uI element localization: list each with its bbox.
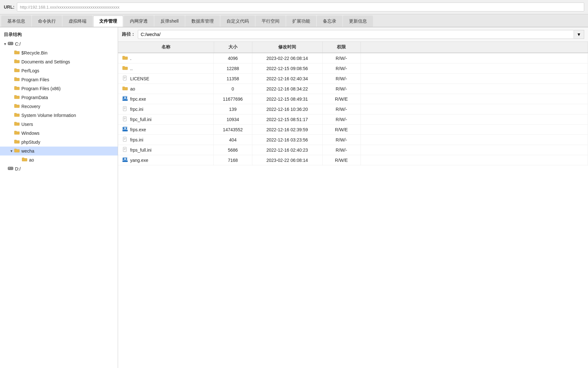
tab-parallel[interactable]: 平行空间 <box>256 16 286 27</box>
tree-item-programfilesx86[interactable]: Program Files (x86) <box>0 84 118 93</box>
table-row[interactable]: LICENSE113582022-12-16 02:40:34R/W/- <box>118 74 588 84</box>
windows-label: Windows <box>21 131 40 136</box>
table-row[interactable]: EXEfrps.exe147435522022-12-16 02:39:59R/… <box>118 125 588 135</box>
tree-item-systemvolume[interactable]: System Volume Information <box>0 111 118 120</box>
file-name-cell: ao <box>118 84 214 94</box>
tree-item-wecha[interactable]: ▼wecha <box>0 147 118 155</box>
path-dropdown-btn[interactable]: ▼ <box>574 30 584 39</box>
file-time-cell: 2022-12-15 08:51:17 <box>252 114 322 125</box>
tree-item-recycle[interactable]: $Recycle.Bin <box>0 48 118 57</box>
tree-item-d_drive[interactable]: D:/ <box>0 164 118 173</box>
tree-item-recovery[interactable]: Recovery <box>0 102 118 111</box>
chevron-down-icon: ▼ <box>577 32 581 37</box>
svg-rect-12 <box>123 106 126 111</box>
tab-terminal[interactable]: 虚拟终端 <box>63 16 93 27</box>
folder-icon <box>14 121 20 127</box>
file-time-cell: 2022-12-16 08:34:22 <box>252 84 322 94</box>
folder-icon <box>14 50 20 56</box>
file-name-text: .. <box>130 66 133 71</box>
tree-item-c_drive[interactable]: ▼C:/ <box>0 40 118 48</box>
table-row[interactable]: frpc.ini1392022-12-16 10:36:20R/W/- <box>118 104 588 114</box>
file-perm-cell: R/W/E <box>322 125 361 135</box>
file-perm-cell: R/W/- <box>322 84 361 94</box>
tree-item-ao[interactable]: ao <box>0 155 118 164</box>
recovery-label: Recovery <box>21 104 40 109</box>
tree-item-perflogs[interactable]: PerfLogs <box>0 66 118 75</box>
file-perm-cell: R/W/- <box>322 114 361 125</box>
file-time-cell: 2022-12-16 03:23:56 <box>252 135 322 145</box>
file-extra-cell <box>361 145 588 155</box>
tab-tunnel[interactable]: 内网穿透 <box>124 16 154 27</box>
col-header-time: 修改时间 <box>252 42 322 53</box>
table-row[interactable]: EXEyang.exe71682023-02-22 06:08:14R/W/E <box>118 155 588 165</box>
tab-db[interactable]: 数据库管理 <box>185 16 220 27</box>
users-label: Users <box>21 122 33 127</box>
sidebar-title: 目录结构 <box>0 30 118 40</box>
table-row[interactable]: .40962023-02-22 06:08:14R/W/- <box>118 53 588 63</box>
c_drive-label: C:/ <box>15 41 21 47</box>
tab-update[interactable]: 更新信息 <box>343 16 373 27</box>
file-name-text: frpc.ini <box>130 107 143 112</box>
table-row[interactable]: EXEfrpc.exe116776962022-12-15 08:49:31R/… <box>118 94 588 104</box>
table-row[interactable]: ao02022-12-16 08:34:22R/W/- <box>118 84 588 94</box>
file-extra-cell <box>361 114 588 125</box>
file-extra-cell <box>361 104 588 114</box>
file-perm-cell: R/W/- <box>322 104 361 114</box>
svg-text:EXE: EXE <box>122 157 128 162</box>
folder-icon <box>122 55 128 61</box>
folder-icon <box>14 130 20 136</box>
tree-item-docs[interactable]: Documents and Settings <box>0 57 118 66</box>
drive-icon <box>8 41 13 47</box>
programdata-label: ProgramData <box>21 95 48 100</box>
table-row[interactable]: frpc_full.ini109342022-12-15 08:51:17R/W… <box>118 114 588 125</box>
file-extra-cell <box>361 94 588 104</box>
tree-container: ▼C:/$Recycle.BinDocuments and SettingsPe… <box>0 40 118 173</box>
file-icon <box>122 76 128 82</box>
url-input[interactable] <box>17 3 584 11</box>
path-input[interactable] <box>138 30 574 39</box>
tab-cmd[interactable]: 命令执行 <box>32 16 62 27</box>
file-size-cell: 139 <box>214 104 252 114</box>
tree-item-users[interactable]: Users <box>0 120 118 129</box>
svg-rect-1 <box>9 43 10 43</box>
folder-icon <box>14 59 20 65</box>
tab-notes[interactable]: 备忘录 <box>317 16 342 27</box>
file-icon <box>122 116 128 122</box>
file-perm-cell: R/W/- <box>322 53 361 63</box>
docs-label: Documents and Settings <box>21 59 70 64</box>
tab-extend[interactable]: 扩展功能 <box>286 16 316 27</box>
recycle-label: $Recycle.Bin <box>21 50 48 55</box>
path-label: 路径： <box>122 32 135 37</box>
table-row[interactable]: frps.ini4042022-12-16 03:23:56R/W/- <box>118 135 588 145</box>
tab-custom[interactable]: 自定义代码 <box>220 16 255 27</box>
url-bar: URL: <box>0 0 588 14</box>
file-time-cell: 2022-12-15 09:08:56 <box>252 63 322 74</box>
file-extra-cell <box>361 63 588 74</box>
file-name-cell: .. <box>118 63 214 73</box>
file-time-cell: 2022-12-16 02:40:34 <box>252 74 322 84</box>
file-name-cell: EXEyang.exe <box>118 155 214 165</box>
file-perm-cell: R/W/- <box>322 63 361 74</box>
tree-item-programdata[interactable]: ProgramData <box>0 93 118 102</box>
tab-basic[interactable]: 基本信息 <box>1 16 31 27</box>
main-content: 目录结构 ▼C:/$Recycle.BinDocuments and Setti… <box>0 27 588 368</box>
tab-files[interactable]: 文件管理 <box>93 16 123 27</box>
tab-shell[interactable]: 反弹shell <box>154 16 185 27</box>
tree-item-phpstudy[interactable]: phpStudy <box>0 138 118 147</box>
file-name-text: frpc_full.ini <box>130 117 152 122</box>
col-header-size: 大小 <box>214 42 252 53</box>
file-name-text: frps.ini <box>130 137 143 142</box>
file-name-cell: . <box>118 53 214 63</box>
file-extra-cell <box>361 125 588 135</box>
drive-icon <box>8 166 13 172</box>
exe-icon: EXE <box>122 157 128 163</box>
file-size-cell: 0 <box>214 84 252 94</box>
file-name-cell: EXEfrps.exe <box>118 125 214 134</box>
table-row[interactable]: frps_full.ini56862022-12-16 02:40:23R/W/… <box>118 145 588 155</box>
folder-icon <box>14 139 20 145</box>
table-row[interactable]: ..122882022-12-15 09:08:56R/W/- <box>118 63 588 74</box>
tree-item-programfiles[interactable]: Program Files <box>0 75 118 84</box>
folder-icon <box>14 68 20 74</box>
path-bar: 路径： ▼ <box>118 27 588 42</box>
tree-item-windows[interactable]: Windows <box>0 129 118 138</box>
